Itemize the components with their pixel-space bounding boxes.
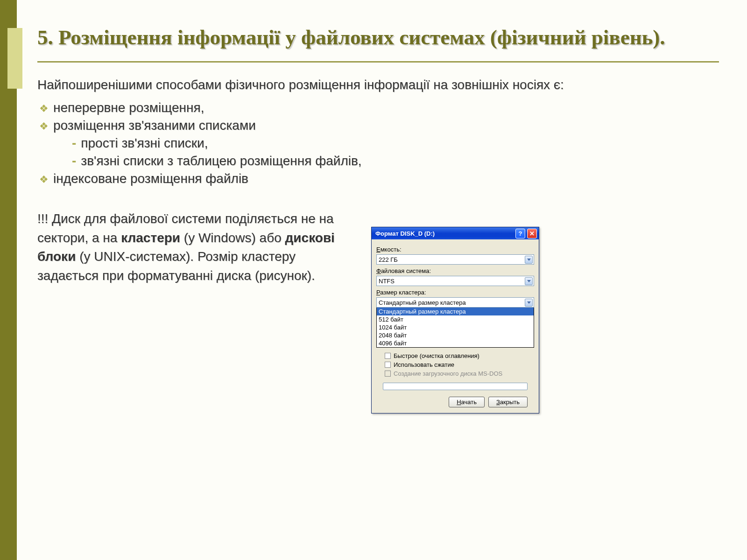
checkbox-icon[interactable]	[385, 362, 391, 368]
checkbox-label: Создание загрузочного диска MS-DOS	[394, 370, 502, 377]
dropdown-option[interactable]: 4096 байт	[377, 339, 534, 347]
button-row: Начать Закрыть	[376, 394, 534, 408]
cluster-dropdown[interactable]: Стандартный размер кластера 512 байт 102…	[376, 308, 534, 348]
dialog-title: Формат DISK_D (D:)	[375, 230, 514, 237]
cluster-value: Стандартный размер кластера	[379, 299, 525, 306]
bullet-text: розміщення зв'язаними списками	[53, 118, 256, 133]
bullet-item: ❖ неперервне розміщення,	[39, 100, 719, 115]
dropdown-option[interactable]: 2048 байт	[377, 331, 534, 339]
msdos-checkbox: Создание загрузочного диска MS-DOS	[385, 370, 534, 377]
checkbox-icon	[385, 371, 391, 377]
chevron-down-icon[interactable]	[525, 277, 533, 285]
side-stripe	[0, 0, 17, 560]
cluster-select[interactable]: Стандартный размер кластера	[376, 297, 534, 308]
bullet-list: ❖ неперервне розміщення, ❖ розміщення зв…	[39, 100, 719, 186]
sub-bullet-text: прості зв'язні списки,	[81, 136, 208, 151]
filesystem-value: NTFS	[379, 278, 525, 285]
diamond-icon: ❖	[39, 175, 49, 185]
note-paragraph: !!! Диск для файлової системи поділяєтьс…	[37, 210, 341, 285]
bullet-item: ❖ індексоване розміщення файлів	[39, 171, 719, 186]
checkbox-icon[interactable]	[385, 353, 391, 359]
title-divider	[37, 61, 719, 63]
sub-bullet-item: - зв'язні списки з таблицею розміщення ф…	[72, 154, 719, 168]
slide-content: 5. Розміщення інформації у файлових сист…	[37, 23, 719, 285]
filesystem-select[interactable]: NTFS	[376, 276, 534, 286]
dropdown-option[interactable]: 1024 байт	[377, 323, 534, 331]
cluster-label: Размер кластера:	[376, 289, 534, 296]
dropdown-option[interactable]: 512 байт	[377, 315, 534, 323]
dash-icon: -	[72, 154, 76, 168]
intro-text: Найпоширенішими способами фізичного розм…	[37, 76, 719, 94]
titlebar[interactable]: Формат DISK_D (D:) ? ✕	[372, 227, 539, 239]
dialog-body: Емкость: 222 ГБ Файловая система: NTFS Р…	[372, 239, 539, 413]
progress-bar	[383, 383, 528, 390]
bullet-text: індексоване розміщення файлів	[53, 171, 248, 186]
sub-bullet-text: зв'язні списки з таблицею розміщення фай…	[81, 154, 361, 168]
help-button[interactable]: ?	[515, 229, 525, 238]
capacity-label: Емкость:	[376, 246, 534, 253]
note-text: (у Windows) або	[180, 231, 285, 245]
close-button[interactable]: Закрыть	[488, 397, 528, 407]
start-button[interactable]: Начать	[449, 397, 485, 407]
capacity-value: 222 ГБ	[379, 256, 525, 263]
close-icon[interactable]: ✕	[527, 229, 537, 238]
compression-checkbox[interactable]: Использовать сжатие	[385, 361, 534, 368]
capacity-select[interactable]: 222 ГБ	[376, 254, 534, 265]
slide-title: 5. Розміщення інформації у файлових сист…	[37, 23, 719, 52]
diamond-icon: ❖	[39, 121, 49, 132]
chevron-down-icon[interactable]	[525, 256, 533, 264]
dash-icon: -	[72, 136, 76, 151]
note-text: (у UNIX-системах). Розмір кластеру задає…	[37, 249, 315, 283]
quick-format-checkbox[interactable]: Быстрое (очистка оглавления)	[385, 352, 534, 359]
dropdown-option[interactable]: Стандартный размер кластера	[377, 308, 534, 315]
note-bold: кластери	[121, 231, 180, 245]
format-dialog: Формат DISK_D (D:) ? ✕ Емкость: 222 ГБ Ф…	[371, 227, 539, 413]
chevron-down-icon[interactable]	[525, 299, 533, 307]
sub-bullet-item: - прості зв'язні списки,	[72, 136, 719, 151]
bullet-item: ❖ розміщення зв'язаними списками	[39, 118, 719, 133]
diamond-icon: ❖	[39, 104, 49, 114]
filesystem-label: Файловая система:	[376, 267, 534, 274]
bullet-text: неперервне розміщення,	[53, 100, 204, 115]
